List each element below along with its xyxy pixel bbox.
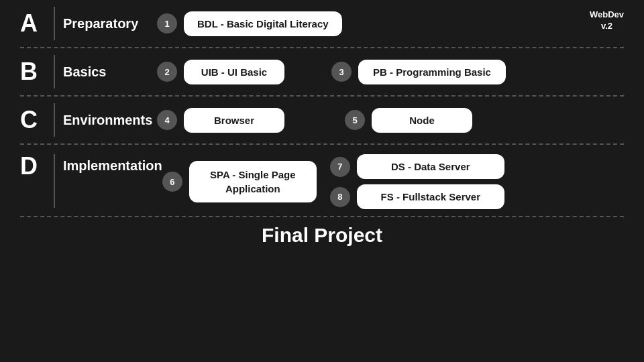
section-b: B Basics 2 UIB - UI Basic 3 PB - Program… — [20, 48, 624, 95]
section-d-title: Implementation — [63, 154, 162, 174]
section-a-content: 1 BDL - Basic Digital Literacy — [157, 11, 624, 36]
section-c-content: 4 Browser 5 Node — [157, 108, 624, 133]
badge-1: 1 — [157, 13, 177, 34]
section-d: D Implementation 6 SPA - Single Page App… — [20, 145, 624, 216]
final-project-label: Final Project — [20, 217, 624, 251]
card-node: Node — [372, 108, 472, 133]
badge-4: 4 — [157, 110, 177, 130]
card-spa: SPA - Single Page Application — [189, 161, 317, 202]
section-d-right: 7 DS - Data Server 8 FS - Fullstack Serv… — [330, 154, 504, 209]
card-fs: FS - Fullstack Server — [357, 184, 504, 209]
section-d-letter: D — [20, 154, 46, 178]
section-d-right-top: 7 DS - Data Server — [330, 154, 504, 179]
section-d-divider — [54, 154, 55, 208]
section-c: C Environments 4 Browser 5 Node — [20, 97, 624, 143]
card-pb: PB - Programming Basic — [358, 60, 506, 84]
section-b-title: Basics — [63, 64, 157, 80]
card-uib: UIB - UI Basic — [184, 60, 284, 84]
badge-6: 6 — [162, 172, 182, 192]
section-d-right-bottom: 8 FS - Fullstack Server — [330, 184, 504, 209]
section-c-title: Environments — [63, 113, 157, 128]
card-ds: DS - Data Server — [357, 154, 504, 179]
card-bdl: BDL - Basic Digital Literacy — [184, 11, 342, 36]
section-b-content: 2 UIB - UI Basic 3 PB - Programming Basi… — [157, 60, 624, 84]
section-a-title: Preparatory — [63, 16, 157, 32]
badge-5: 5 — [345, 110, 365, 130]
card-browser: Browser — [184, 108, 284, 133]
section-d-left: 6 SPA - Single Page Application — [162, 161, 317, 202]
section-d-content: 6 SPA - Single Page Application 7 DS - D… — [162, 154, 624, 209]
section-c-letter: C — [20, 108, 46, 132]
badge-2: 2 — [157, 62, 177, 82]
section-a-divider — [54, 7, 55, 40]
section-b-divider — [54, 55, 55, 88]
section-a: A Preparatory 1 BDL - Basic Digital Lite… — [20, 0, 624, 47]
badge-3: 3 — [331, 62, 352, 82]
page: WebDev v.2 A Preparatory 1 BDL - Basic D… — [0, 0, 644, 362]
badge-8: 8 — [330, 187, 350, 207]
section-c-divider — [54, 103, 55, 137]
badge-7: 7 — [330, 157, 350, 177]
section-a-letter: A — [20, 11, 46, 36]
section-b-letter: B — [20, 60, 46, 84]
